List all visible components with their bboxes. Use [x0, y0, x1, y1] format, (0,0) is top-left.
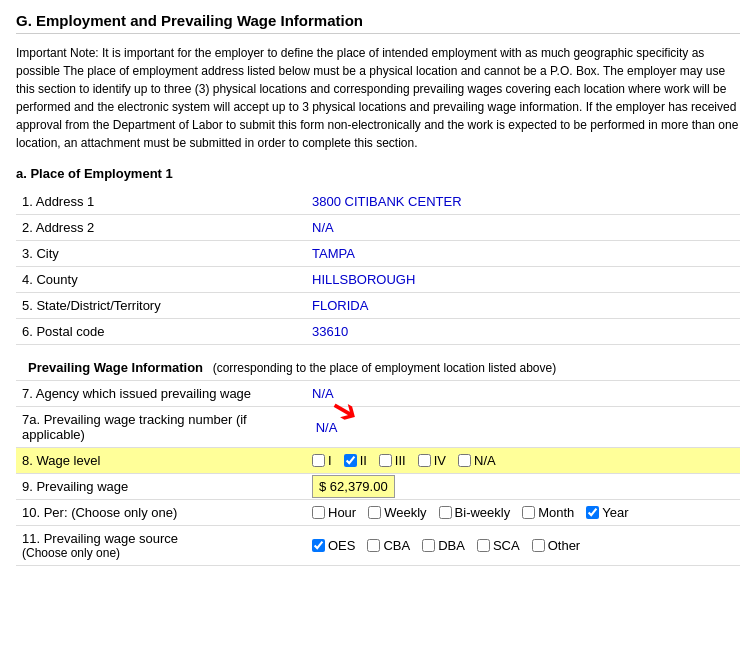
section-title: G. Employment and Prevailing Wage Inform… [16, 12, 740, 34]
src-dba-item: DBA [422, 538, 465, 553]
per-weekly-label: Weekly [384, 505, 426, 520]
table-row: 4. County HILLSBOROUGH [16, 267, 740, 293]
agency-row: 7. Agency which issued prevailing wage N… [16, 381, 740, 407]
wage-level-II-label: II [360, 453, 367, 468]
wage-level-options-cell: I II III IV [306, 448, 740, 474]
table-row: 5. State/District/Territory FLORIDA [16, 293, 740, 319]
src-other-label: Other [548, 538, 581, 553]
wage-level-NA-checkbox[interactable] [458, 454, 471, 467]
prevailing-wage-value-cell: $ 62,379.00 [306, 474, 740, 500]
table-row: 1. Address 1 3800 CITIBANK CENTER [16, 189, 740, 215]
city-value: TAMPA [306, 241, 740, 267]
agency-value: N/A [306, 381, 740, 407]
address2-label: 2. Address 2 [16, 215, 306, 241]
wage-level-I-item: I [312, 453, 332, 468]
src-sca-item: SCA [477, 538, 520, 553]
agency-label: 7. Agency which issued prevailing wage [16, 381, 306, 407]
per-year-checkbox[interactable] [586, 506, 599, 519]
per-options-cell: Hour Weekly Bi-weekly Month [306, 500, 740, 526]
source-options-cell: OES CBA DBA SCA [306, 526, 740, 566]
state-value: FLORIDA [306, 293, 740, 319]
src-oes-label: OES [328, 538, 355, 553]
src-other-checkbox[interactable] [532, 539, 545, 552]
table-row: 6. Postal code 33610 [16, 319, 740, 345]
per-hour-checkbox[interactable] [312, 506, 325, 519]
per-biweekly-label: Bi-weekly [455, 505, 511, 520]
address2-value: N/A [306, 215, 740, 241]
section-note: Important Note: It is important for the … [16, 44, 740, 152]
wage-level-I-checkbox[interactable] [312, 454, 325, 467]
per-weekly-checkbox[interactable] [368, 506, 381, 519]
table-row: 3. City TAMPA [16, 241, 740, 267]
pw-heading: Prevailing Wage Information [22, 354, 209, 379]
address1-label: 1. Address 1 [16, 189, 306, 215]
tracking-row: 7a. Prevailing wage tracking number (if … [16, 407, 740, 448]
pw-heading-note: (corresponding to the place of employmen… [213, 361, 557, 375]
src-sca-checkbox[interactable] [477, 539, 490, 552]
county-value: HILLSBOROUGH [306, 267, 740, 293]
wage-level-II-item: II [344, 453, 367, 468]
source-sublabel: (Choose only one) [22, 546, 300, 560]
src-cba-label: CBA [383, 538, 410, 553]
per-year-label: Year [602, 505, 628, 520]
src-other-item: Other [532, 538, 581, 553]
src-oes-item: OES [312, 538, 355, 553]
state-label: 5. State/District/Territory [16, 293, 306, 319]
source-row: 11. Prevailing wage source (Choose only … [16, 526, 740, 566]
per-hour-label: Hour [328, 505, 356, 520]
per-biweekly-item: Bi-weekly [439, 505, 511, 520]
src-cba-item: CBA [367, 538, 410, 553]
source-label-cell: 11. Prevailing wage source (Choose only … [16, 526, 306, 566]
per-group: Hour Weekly Bi-weekly Month [312, 505, 734, 520]
wage-level-label: 8. Wage level [16, 448, 306, 474]
wage-level-III-label: III [395, 453, 406, 468]
address1-value: 3800 CITIBANK CENTER [306, 189, 740, 215]
per-hour-item: Hour [312, 505, 356, 520]
wage-level-IV-item: IV [418, 453, 446, 468]
wage-level-group: I II III IV [312, 453, 734, 468]
source-group: OES CBA DBA SCA [312, 538, 734, 553]
city-label: 3. City [16, 241, 306, 267]
per-year-item: Year [586, 505, 628, 520]
prevailing-wage-table: Prevailing Wage Information (correspondi… [16, 355, 740, 566]
table-row: 2. Address 2 N/A [16, 215, 740, 241]
per-row: 10. Per: (Choose only one) Hour Weekly [16, 500, 740, 526]
src-cba-checkbox[interactable] [367, 539, 380, 552]
place-table: 1. Address 1 3800 CITIBANK CENTER 2. Add… [16, 189, 740, 345]
per-weekly-item: Weekly [368, 505, 426, 520]
wage-level-II-checkbox[interactable] [344, 454, 357, 467]
wage-level-III-item: III [379, 453, 406, 468]
source-label: 11. Prevailing wage source [22, 531, 300, 546]
wage-level-IV-label: IV [434, 453, 446, 468]
wage-level-III-checkbox[interactable] [379, 454, 392, 467]
tracking-label: 7a. Prevailing wage tracking number (if … [16, 407, 306, 448]
place-heading: a. Place of Employment 1 [16, 166, 740, 181]
wage-level-NA-item: N/A [458, 453, 496, 468]
per-label: 10. Per: (Choose only one) [16, 500, 306, 526]
postal-label: 6. Postal code [16, 319, 306, 345]
prevailing-wage-row: 9. Prevailing wage $ 62,379.00 [16, 474, 740, 500]
per-month-checkbox[interactable] [522, 506, 535, 519]
src-dba-checkbox[interactable] [422, 539, 435, 552]
src-dba-label: DBA [438, 538, 465, 553]
wage-level-NA-label: N/A [474, 453, 496, 468]
prevailing-wage-value: $ 62,379.00 [312, 475, 395, 498]
wage-level-I-label: I [328, 453, 332, 468]
per-month-item: Month [522, 505, 574, 520]
wage-level-row: 8. Wage level I II III [16, 448, 740, 474]
postal-value: 33610 [306, 319, 740, 345]
main-container: G. Employment and Prevailing Wage Inform… [0, 0, 756, 578]
src-sca-label: SCA [493, 538, 520, 553]
per-month-label: Month [538, 505, 574, 520]
wage-level-IV-checkbox[interactable] [418, 454, 431, 467]
per-biweekly-checkbox[interactable] [439, 506, 452, 519]
src-oes-checkbox[interactable] [312, 539, 325, 552]
county-label: 4. County [16, 267, 306, 293]
prevailing-wage-label: 9. Prevailing wage [16, 474, 306, 500]
tracking-value-cell: ➔ N/A [306, 407, 740, 448]
